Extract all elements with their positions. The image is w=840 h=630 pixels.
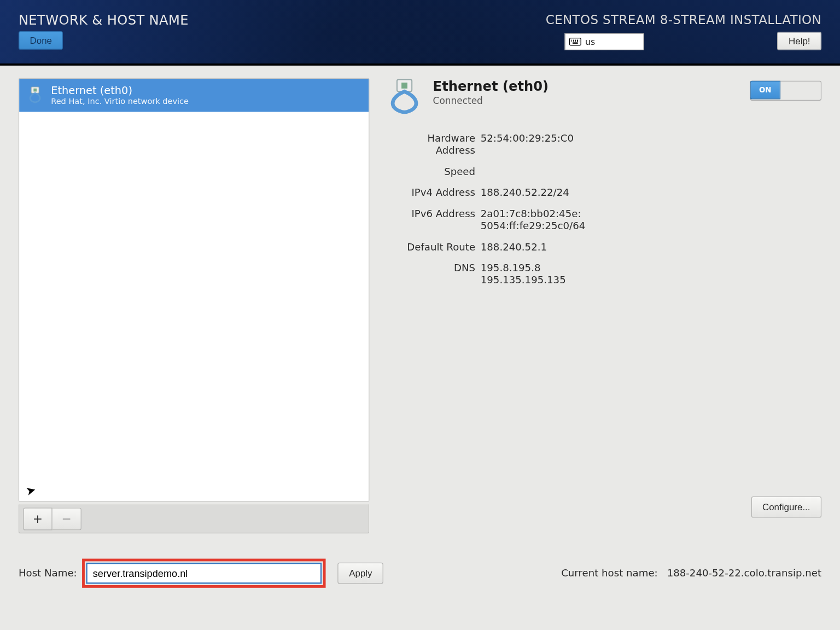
toggle-on-label: ON <box>750 81 780 100</box>
installer-header: NETWORK & HOST NAME CENTOS STREAM 8-STRE… <box>0 0 840 66</box>
speed-value <box>481 166 821 178</box>
keyboard-layout-indicator[interactable]: us <box>564 33 644 50</box>
current-hostname-label: Current host name: <box>561 567 658 579</box>
hostname-row: Host Name: Apply Current host name: 188-… <box>19 559 821 588</box>
ipv4-value: 188.240.52.22/24 <box>481 186 821 199</box>
speed-label: Speed <box>385 166 475 178</box>
cursor-icon: ➤ <box>24 482 37 498</box>
default-route-label: Default Route <box>385 241 475 253</box>
hostname-highlight <box>82 559 325 588</box>
hardware-address-label: Hardware Address <box>385 132 475 156</box>
current-hostname-value: 188-240-52-22.colo.transip.net <box>667 567 821 579</box>
svg-rect-3 <box>401 83 407 89</box>
dns-label: DNS <box>385 262 475 286</box>
connection-details: Hardware Address 52:54:00:29:25:C0 Speed… <box>385 132 821 286</box>
network-device-list[interactable]: Ethernet (eth0) Red Hat, Inc. Virtio net… <box>19 78 370 502</box>
default-route-value: 188.240.52.1 <box>481 241 821 253</box>
ipv6-value: 2a01:7c8:bb02:45e: 5054:ff:fe29:25c0/64 <box>481 208 821 232</box>
configure-button[interactable]: Configure... <box>751 497 821 518</box>
apply-button[interactable]: Apply <box>338 563 384 584</box>
done-button[interactable]: Done <box>19 31 63 50</box>
ethernet-icon <box>26 85 44 107</box>
device-toolbar: + − <box>19 504 370 533</box>
ipv6-label: IPv6 Address <box>385 208 475 232</box>
hostname-input[interactable] <box>86 563 322 584</box>
ipv4-label: IPv4 Address <box>385 186 475 199</box>
dns-value: 195.8.195.8 195.135.195.135 <box>481 262 821 286</box>
connection-status: Connected <box>433 95 549 106</box>
connection-title: Ethernet (eth0) <box>433 78 549 94</box>
hardware-address-value: 52:54:00:29:25:C0 <box>481 132 821 156</box>
page-title: NETWORK & HOST NAME <box>19 12 189 28</box>
hostname-label: Host Name: <box>19 567 77 579</box>
add-device-button[interactable]: + <box>23 508 52 530</box>
device-name: Ethernet (eth0) <box>51 84 189 97</box>
svg-rect-1 <box>33 89 37 92</box>
connection-toggle[interactable]: ON <box>750 81 821 101</box>
list-item[interactable]: Ethernet (eth0) Red Hat, Inc. Virtio net… <box>19 79 369 112</box>
keyboard-layout-label: us <box>585 37 595 46</box>
ethernet-icon <box>385 78 423 116</box>
installer-product-label: CENTOS STREAM 8-STREAM INSTALLATION <box>546 12 821 27</box>
help-button[interactable]: Help! <box>777 32 821 50</box>
remove-device-button[interactable]: − <box>52 508 81 530</box>
device-subtitle: Red Hat, Inc. Virtio network device <box>51 97 189 106</box>
keyboard-icon <box>569 38 581 46</box>
